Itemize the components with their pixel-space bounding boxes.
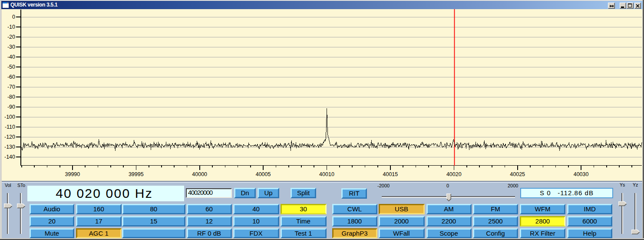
svg-text:40000: 40000: [192, 171, 207, 177]
svg-text:-120: -120: [4, 134, 15, 140]
svg-text:40015: 40015: [383, 171, 398, 177]
svg-text:-60: -60: [7, 74, 15, 80]
svg-text:40030: 40030: [574, 171, 589, 177]
svg-text:-30: -30: [7, 44, 15, 50]
svg-text:40020: 40020: [446, 171, 462, 177]
svg-text:-100: -100: [4, 114, 15, 120]
svg-text:-80: -80: [7, 94, 15, 100]
svg-text:40010: 40010: [319, 171, 334, 177]
svg-text:39990: 39990: [65, 171, 80, 177]
svg-text:-140: -140: [4, 154, 15, 160]
svg-text:0: 0: [12, 14, 15, 20]
svg-text:39995: 39995: [129, 171, 144, 177]
svg-text:-10: -10: [7, 24, 15, 30]
svg-text:40005: 40005: [256, 171, 271, 177]
svg-text:-40: -40: [7, 54, 15, 60]
svg-text:-20: -20: [7, 34, 15, 40]
svg-text:-50: -50: [7, 64, 15, 70]
svg-text:-70: -70: [7, 84, 15, 90]
svg-text:-130: -130: [4, 144, 15, 150]
svg-text:-90: -90: [7, 104, 15, 110]
svg-text:40025: 40025: [510, 171, 525, 177]
svg-text:-110: -110: [5, 124, 15, 130]
